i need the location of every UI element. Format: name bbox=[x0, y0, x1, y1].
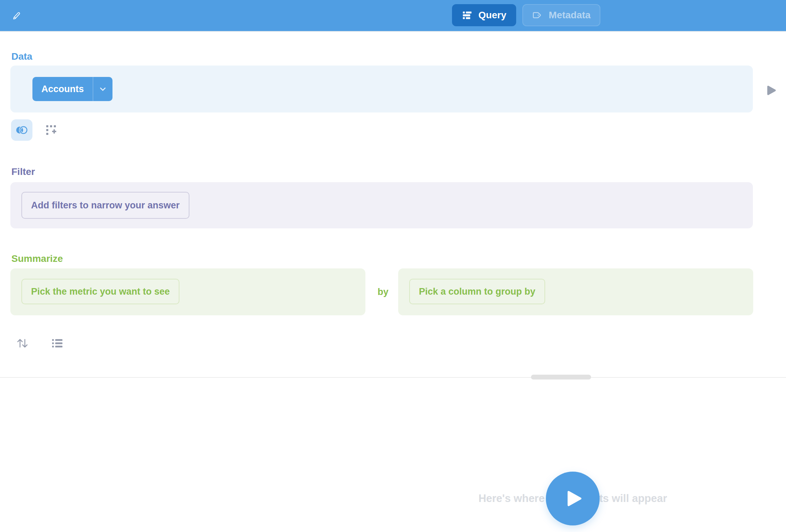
tab-metadata-label: Metadata bbox=[549, 10, 590, 21]
editor-tabs: Query Metadata bbox=[452, 4, 600, 26]
pick-metric-label: Pick the metric you want to see bbox=[31, 286, 170, 297]
add-filter-label: Add filters to narrow your answer bbox=[31, 200, 180, 211]
result-step-actions bbox=[16, 337, 63, 349]
play-arrow-icon bbox=[766, 85, 777, 96]
query-builder: Query Metadata Data Accounts bbox=[0, 0, 786, 532]
pencil-icon bbox=[11, 11, 22, 21]
resize-drag-handle[interactable] bbox=[531, 375, 591, 380]
tab-query-label: Query bbox=[479, 10, 507, 21]
add-filter-button[interactable]: Add filters to narrow your answer bbox=[21, 192, 189, 219]
table-picker-button[interactable]: Accounts bbox=[32, 77, 112, 101]
by-label: by bbox=[371, 268, 395, 315]
join-circles-icon bbox=[15, 125, 29, 135]
pick-groupby-label: Pick a column to group by bbox=[419, 286, 536, 297]
row-limit-button[interactable] bbox=[51, 338, 63, 349]
tab-query[interactable]: Query bbox=[452, 4, 516, 26]
data-step-actions bbox=[11, 119, 57, 141]
filter-box: Add filters to narrow your answer bbox=[10, 182, 753, 228]
run-query-button[interactable] bbox=[546, 472, 600, 525]
grid-plus-icon bbox=[45, 124, 57, 136]
pick-metric-button[interactable]: Pick the metric you want to see bbox=[21, 279, 179, 304]
data-source-box: Accounts bbox=[10, 66, 753, 112]
filter-section-label: Filter bbox=[11, 166, 35, 177]
summarize-section-label: Summarize bbox=[11, 253, 63, 264]
summarize-metric-box: Pick the metric you want to see bbox=[10, 268, 365, 315]
chevron-down-icon bbox=[93, 77, 112, 101]
list-icon bbox=[51, 338, 63, 349]
sort-button[interactable] bbox=[16, 337, 29, 349]
play-icon bbox=[567, 490, 582, 507]
table-picker-label: Accounts bbox=[32, 77, 93, 101]
tag-icon bbox=[532, 10, 542, 20]
summarize-groupby-box: Pick a column to group by bbox=[398, 268, 753, 315]
edit-question-button[interactable] bbox=[10, 10, 23, 22]
notebook-list-icon bbox=[462, 10, 472, 20]
preview-step-button[interactable] bbox=[765, 85, 778, 97]
tab-metadata[interactable]: Metadata bbox=[522, 4, 600, 26]
data-section-label: Data bbox=[11, 51, 32, 62]
top-header: Query Metadata bbox=[0, 0, 786, 32]
pick-groupby-button[interactable]: Pick a column to group by bbox=[409, 279, 545, 304]
join-data-button[interactable] bbox=[11, 119, 32, 141]
custom-column-button[interactable] bbox=[45, 124, 57, 136]
results-divider bbox=[0, 377, 786, 378]
sort-arrows-icon bbox=[16, 337, 29, 349]
